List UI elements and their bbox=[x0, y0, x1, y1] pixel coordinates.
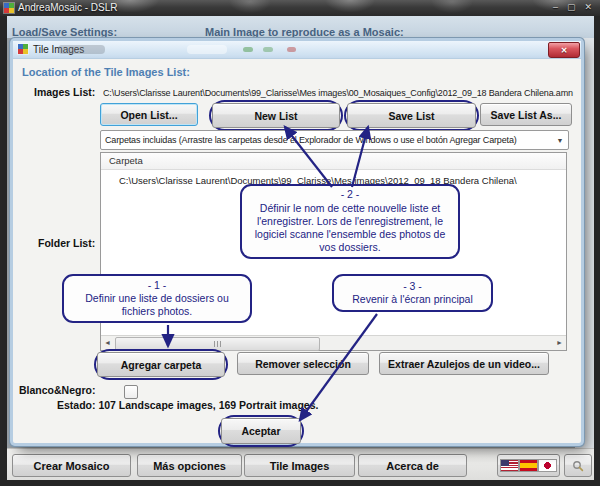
app-mosaic-icon bbox=[4, 3, 14, 13]
chevron-down-icon: ▼ bbox=[552, 137, 568, 144]
glass-smudge bbox=[58, 45, 105, 54]
window-title: AndreaMosaic - DSLR bbox=[18, 2, 117, 13]
load-save-settings-label: Load/Save Settings: bbox=[12, 26, 117, 38]
scroll-right-icon[interactable]: ► bbox=[553, 337, 566, 349]
blanco-negro-label: Blanco&Negro: bbox=[19, 384, 95, 396]
agregar-carpeta-button[interactable]: Agregar carpeta bbox=[97, 352, 225, 377]
language-flags-button[interactable] bbox=[497, 454, 560, 477]
tile-images-dialog: Tile Images ✕ Location of the Tile Image… bbox=[13, 41, 581, 443]
scroll-left-icon[interactable]: ◄ bbox=[101, 337, 114, 349]
main-image-label: Main Image to reproduce as a Mosaic: bbox=[205, 26, 404, 38]
window-titlebar: AndreaMosaic - DSLR – ▢ ✕ bbox=[0, 0, 600, 16]
remover-seleccion-button[interactable]: Remover selección bbox=[237, 352, 369, 375]
aceptar-highlight: Aceptar bbox=[218, 415, 304, 447]
glass-smudge bbox=[263, 47, 273, 52]
bottom-toolbar: Crear Mosaico Más opciones Tile Images A… bbox=[7, 448, 594, 480]
save-list-button[interactable]: Save List bbox=[347, 103, 476, 128]
maximize-icon[interactable]: ▢ bbox=[567, 1, 576, 14]
spain-flag-icon bbox=[520, 460, 537, 471]
open-list-button[interactable]: Open List... bbox=[100, 103, 198, 126]
dialog-titlebar: Tile Images ✕ bbox=[13, 41, 581, 59]
new-list-button[interactable]: New List bbox=[212, 103, 340, 128]
dialog-close-button[interactable]: ✕ bbox=[548, 42, 580, 58]
close-x-icon: ✕ bbox=[561, 46, 568, 55]
folders-dropdown-value: Carpetas incluidas (Arrastre las carpeta… bbox=[101, 135, 552, 145]
minimize-icon[interactable]: – bbox=[553, 1, 558, 14]
glass-smudge bbox=[187, 45, 227, 54]
japan-flag-icon bbox=[539, 460, 556, 471]
glass-smudge bbox=[243, 47, 253, 52]
glass-smudge bbox=[287, 47, 296, 52]
save-list-highlight: Save List bbox=[344, 100, 479, 131]
us-flag-icon bbox=[501, 460, 518, 471]
aceptar-button[interactable]: Aceptar bbox=[221, 418, 301, 444]
list-column-header[interactable]: Carpeta bbox=[101, 153, 566, 170]
blanco-negro-checkbox[interactable] bbox=[124, 385, 138, 399]
callout-3: - 3 - Revenir à l'écran principal bbox=[332, 274, 493, 312]
images-list-path: C:\Users\Clarisse Laurent\Documents\99_C… bbox=[103, 88, 577, 98]
app-window: AndreaMosaic - DSLR – ▢ ✕ Load/Save Sett… bbox=[0, 0, 600, 486]
folders-dropdown[interactable]: Carpetas incluidas (Arrastre las carpeta… bbox=[100, 130, 569, 150]
agregar-carpeta-highlight: Agregar carpeta bbox=[94, 349, 228, 380]
tile-images-tab-button[interactable]: Tile Images bbox=[244, 454, 355, 477]
mas-opciones-button[interactable]: Más opciones bbox=[137, 454, 242, 477]
new-list-highlight: New List bbox=[209, 100, 343, 131]
search-tool-button[interactable] bbox=[564, 454, 592, 477]
background-window-strip: Load/Save Settings: Main Image to reprod… bbox=[7, 16, 594, 38]
magnifier-icon bbox=[572, 460, 584, 472]
save-list-as-button[interactable]: Save List As... bbox=[480, 103, 572, 126]
folder-list-label: Folder List: bbox=[38, 237, 95, 249]
section-title: Location of the Tile Images List: bbox=[22, 66, 190, 78]
crear-mosaico-button[interactable]: Crear Mosaico bbox=[12, 454, 131, 477]
status-text: Estado: 107 Landscape images, 169 Portra… bbox=[57, 399, 318, 411]
acerca-de-button[interactable]: Acerca de bbox=[358, 454, 467, 477]
images-list-label: Images List: bbox=[34, 86, 95, 98]
callout-2: - 2 - Définir le nom de cette nouvelle l… bbox=[240, 184, 460, 259]
dialog-mosaic-icon bbox=[18, 44, 28, 54]
close-icon[interactable]: ✕ bbox=[584, 1, 592, 14]
horizontal-scrollbar[interactable]: ◄ ► bbox=[101, 335, 566, 350]
extraer-azulejos-button[interactable]: Extraer Azulejos de un video... bbox=[379, 352, 549, 375]
scrollbar-grip bbox=[214, 341, 223, 347]
callout-1: - 1 - Definir une liste de dossiers ou f… bbox=[62, 274, 252, 323]
